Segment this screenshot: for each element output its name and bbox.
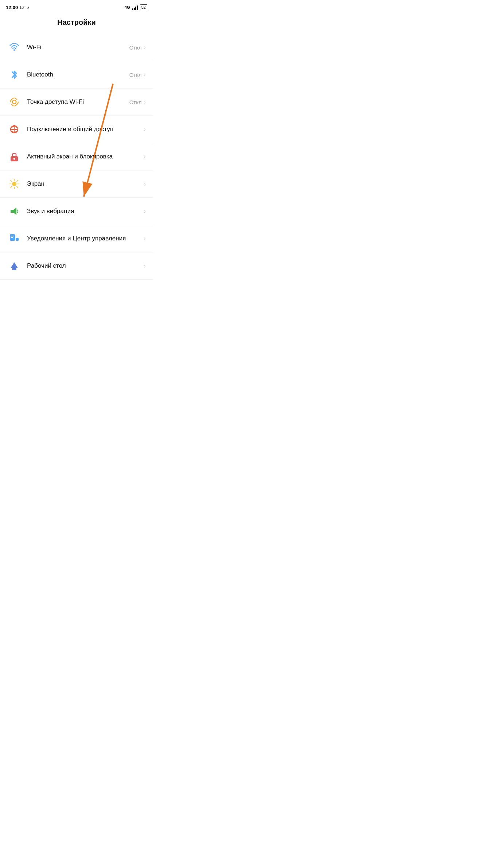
sound-icon — [9, 206, 19, 216]
tiktok-icon: ♪ — [27, 5, 30, 10]
hotspot-icon-wrap — [7, 95, 21, 109]
settings-item-screen[interactable]: Экран › — [0, 170, 153, 198]
status-temp: 16° — [19, 5, 26, 9]
desktop-chevron: › — [144, 263, 146, 269]
wifi-label-wrap: Wi-Fi — [27, 43, 129, 51]
notifications-right: › — [143, 235, 146, 242]
signal-bar-2 — [134, 8, 135, 10]
connection-icon — [9, 124, 20, 135]
svg-rect-21 — [12, 268, 16, 270]
sound-right: › — [143, 208, 146, 215]
screen-label-wrap: Экран — [27, 180, 143, 188]
settings-item-hotspot[interactable]: Точка доступа Wi-Fi Откл › — [0, 89, 153, 116]
screen-icon-wrap — [7, 177, 21, 191]
connection-right: › — [143, 126, 146, 133]
desktop-icon — [9, 261, 19, 271]
wifi-icon — [9, 43, 19, 51]
notification-icon — [9, 233, 19, 244]
svg-line-14 — [11, 186, 12, 188]
connection-chevron: › — [144, 126, 146, 133]
bluetooth-chevron: › — [144, 71, 146, 78]
wifi-icon-wrap — [7, 40, 21, 54]
bluetooth-label-wrap: Bluetooth — [27, 71, 129, 79]
hotspot-chevron: › — [144, 99, 146, 105]
status-right: 4G 52 — [125, 4, 147, 10]
lockscreen-label-wrap: Активный экран и блокировка — [27, 153, 143, 161]
screen-chevron: › — [144, 181, 146, 187]
screen-right: › — [143, 181, 146, 187]
status-left: 12:00 16° ♪ — [6, 5, 29, 10]
status-time: 12:00 — [6, 5, 18, 10]
notification-icon-wrap — [7, 232, 21, 246]
wifi-label: Wi-Fi — [27, 44, 42, 51]
settings-item-lockscreen[interactable]: Активный экран и блокировка › — [0, 143, 153, 170]
svg-point-1 — [12, 100, 16, 104]
connection-label-wrap: Подключение и общий доступ — [27, 125, 143, 133]
desktop-label: Рабочий стол — [27, 262, 66, 269]
sound-chevron: › — [144, 208, 146, 215]
sound-icon-wrap — [7, 204, 21, 218]
settings-item-connection[interactable]: Подключение и общий доступ › — [0, 116, 153, 143]
settings-item-notifications[interactable]: Уведомления и Центр управления › — [0, 225, 153, 252]
notifications-label-wrap: Уведомления и Центр управления — [27, 235, 143, 243]
svg-line-13 — [17, 186, 18, 188]
desktop-icon-wrap — [7, 259, 21, 273]
battery-icon: 52 — [140, 4, 147, 10]
svg-line-15 — [17, 180, 18, 181]
bluetooth-icon — [10, 70, 18, 80]
page-title: Настройки — [0, 13, 153, 34]
svg-line-12 — [11, 180, 12, 181]
settings-item-sound[interactable]: Звук и вибрация › — [0, 198, 153, 225]
notifications-chevron: › — [144, 235, 146, 242]
status-bar: 12:00 16° ♪ 4G 52 — [0, 0, 153, 13]
hotspot-icon — [9, 97, 20, 107]
settings-item-wifi[interactable]: Wi-Fi Откл › — [0, 34, 153, 61]
svg-point-7 — [12, 182, 16, 186]
hotspot-label-wrap: Точка доступа Wi-Fi — [27, 98, 129, 106]
lock-icon — [10, 152, 19, 162]
battery-percent: 52 — [141, 5, 146, 9]
sound-label-wrap: Звук и вибрация — [27, 207, 143, 215]
signal-bar-3 — [135, 7, 136, 10]
wifi-status: Откл — [129, 44, 142, 51]
hotspot-right: Откл › — [129, 99, 146, 105]
svg-rect-20 — [11, 237, 13, 238]
hotspot-label: Точка доступа Wi-Fi — [27, 98, 84, 105]
wifi-right: Откл › — [129, 44, 146, 51]
svg-rect-19 — [11, 236, 14, 236]
svg-point-0 — [13, 50, 15, 51]
connection-label: Подключение и общий доступ — [27, 126, 113, 133]
screen-label: Экран — [27, 180, 44, 187]
bluetooth-label: Bluetooth — [27, 71, 53, 78]
desktop-right: › — [143, 263, 146, 269]
svg-point-6 — [13, 158, 15, 160]
connection-icon-wrap — [7, 122, 21, 136]
lock-icon-wrap — [7, 150, 21, 164]
notifications-label: Уведомления и Центр управления — [27, 235, 126, 242]
signal-label: 4G — [125, 5, 130, 9]
settings-list: Wi-Fi Откл › Bluetooth Откл › — [0, 34, 153, 280]
svg-rect-18 — [16, 238, 19, 241]
lockscreen-label: Активный экран и блокировка — [27, 153, 113, 160]
bluetooth-icon-wrap — [7, 68, 21, 82]
bluetooth-status: Откл — [129, 72, 142, 78]
lockscreen-right: › — [143, 153, 146, 160]
sound-label: Звук и вибрация — [27, 208, 74, 215]
settings-item-desktop[interactable]: Рабочий стол › — [0, 252, 153, 280]
wifi-chevron: › — [144, 44, 146, 51]
lockscreen-chevron: › — [144, 153, 146, 160]
hotspot-status: Откл — [129, 99, 142, 105]
settings-item-bluetooth[interactable]: Bluetooth Откл › — [0, 61, 153, 89]
signal-bar-4 — [137, 5, 138, 10]
signal-bar-1 — [132, 8, 133, 10]
signal-bars — [132, 5, 138, 10]
svg-marker-16 — [11, 208, 16, 215]
bluetooth-right: Откл › — [129, 71, 146, 78]
desktop-label-wrap: Рабочий стол — [27, 262, 143, 270]
screen-icon — [9, 179, 19, 189]
